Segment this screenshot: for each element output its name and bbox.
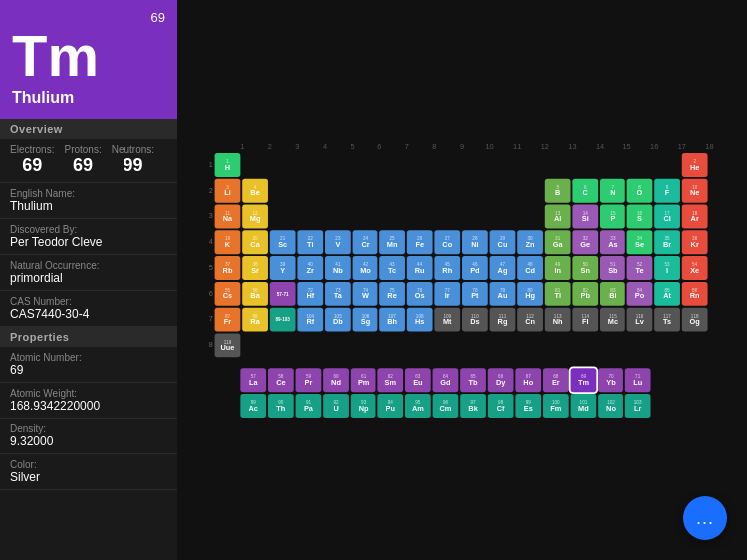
cell-F[interactable]: 9F [654, 178, 680, 202]
cell-Ag[interactable]: 47Ag [490, 256, 516, 280]
cell-Ni[interactable]: 28Ni [462, 230, 488, 254]
cell-Li[interactable]: 3Li [215, 178, 241, 202]
cell-Kr[interactable]: 36Kr [682, 230, 708, 254]
cell-Ga[interactable]: 31Ga [545, 230, 571, 254]
cell-Au[interactable]: 79Au [490, 281, 516, 305]
cell-Yb[interactable]: 70Yb [598, 368, 623, 392]
cell-Dy[interactable]: 66Dy [488, 368, 514, 392]
cell-Sg[interactable]: 106Sg [353, 307, 378, 331]
cell-Cu[interactable]: 29Cu [490, 230, 516, 254]
cell-Po[interactable]: 84Po [627, 281, 653, 305]
cell-Rf[interactable]: 104Rf [297, 307, 323, 331]
cell-57-71[interactable]: 57-71 [270, 281, 296, 305]
fab-button[interactable]: ... [683, 496, 727, 540]
cell-Fm[interactable]: 100Fm [543, 394, 569, 418]
cell-Cn[interactable]: 112Cn [517, 307, 543, 331]
cell-Tb[interactable]: 65Tb [460, 368, 486, 392]
cell-Xe[interactable]: 54Xe [682, 256, 708, 280]
cell-Bk[interactable]: 97Bk [460, 394, 486, 418]
cell-Ar[interactable]: 18Ar [682, 204, 708, 228]
cell-Ds[interactable]: 110Ds [462, 307, 488, 331]
cell-He[interactable]: 2He [682, 153, 708, 177]
cell-Ge[interactable]: 32Ge [572, 230, 598, 254]
cell-Mo[interactable]: 42Mo [353, 256, 378, 280]
cell-No[interactable]: 102No [598, 394, 623, 418]
cell-At[interactable]: 85At [654, 281, 680, 305]
cell-Pr[interactable]: 59Pr [296, 368, 322, 392]
cell-Mt[interactable]: 109Mt [434, 307, 460, 331]
cell-Y[interactable]: 39Y [270, 256, 296, 280]
cell-Ra[interactable]: 88Ra [242, 307, 268, 331]
cell-In[interactable]: 49In [545, 256, 571, 280]
cell-Cf[interactable]: 98Cf [488, 394, 514, 418]
cell-Co[interactable]: 27Co [434, 230, 460, 254]
cell-Ru[interactable]: 44Ru [407, 256, 433, 280]
cell-I[interactable]: 53I [654, 256, 680, 280]
cell-Gd[interactable]: 64Gd [433, 368, 459, 392]
cell-Ac[interactable]: 89Ac [240, 394, 266, 418]
cell-Te[interactable]: 52Te [627, 256, 653, 280]
cell-Sn[interactable]: 50Sn [572, 256, 598, 280]
cell-Ba[interactable]: 56Ba [242, 281, 268, 305]
cell-Bh[interactable]: 107Bh [379, 307, 405, 331]
cell-Sc[interactable]: 21Sc [270, 230, 296, 254]
cell-Fe[interactable]: 26Fe [407, 230, 433, 254]
cell-Mn[interactable]: 25Mn [379, 230, 405, 254]
cell-Og[interactable]: 118Og [682, 307, 708, 331]
cell-Rh[interactable]: 45Rh [434, 256, 460, 280]
cell-Lu[interactable]: 71Lu [625, 368, 651, 392]
cell-Pa[interactable]: 91Pa [296, 394, 322, 418]
cell-Tl[interactable]: 81Tl [545, 281, 571, 305]
cell-Nb[interactable]: 41Nb [325, 256, 351, 280]
cell-O[interactable]: 8O [627, 178, 653, 202]
cell-La[interactable]: 57La [240, 368, 266, 392]
cell-Fr[interactable]: 87Fr [215, 307, 241, 331]
cell-B[interactable]: 5B [545, 178, 571, 202]
cell-Sb[interactable]: 51Sb [600, 256, 625, 280]
cell-Tc[interactable]: 43Tc [379, 256, 405, 280]
cell-Ir[interactable]: 77Ir [434, 281, 460, 305]
cell-Er[interactable]: 68Er [543, 368, 569, 392]
cell-Ce[interactable]: 58Ce [268, 368, 294, 392]
cell-Cm[interactable]: 96Cm [433, 394, 459, 418]
cell-Pm[interactable]: 61Pm [351, 368, 376, 392]
cell-Be[interactable]: 4Be [242, 178, 268, 202]
cell-Nd[interactable]: 60Nd [323, 368, 349, 392]
cell-Bi[interactable]: 83Bi [600, 281, 625, 305]
cell-Sm[interactable]: 62Sm [377, 368, 403, 392]
cell-Hf[interactable]: 72Hf [297, 281, 323, 305]
cell-V[interactable]: 23V [325, 230, 351, 254]
cell-Uue[interactable]: 119Uue [215, 333, 241, 357]
cell-U[interactable]: 92U [323, 394, 349, 418]
cell-As[interactable]: 33As [600, 230, 625, 254]
cell-Pt[interactable]: 78Pt [462, 281, 488, 305]
cell-Os[interactable]: 76Os [407, 281, 433, 305]
cell-W[interactable]: 74W [353, 281, 378, 305]
cell-Se[interactable]: 34Se [627, 230, 653, 254]
cell-Es[interactable]: 99Es [515, 394, 541, 418]
cell-Eu[interactable]: 63Eu [405, 368, 431, 392]
cell-Ho[interactable]: 67Ho [515, 368, 541, 392]
cell-Am[interactable]: 95Am [405, 394, 431, 418]
cell-Rb[interactable]: 37Rb [215, 256, 241, 280]
cell-K[interactable]: 19K [215, 230, 241, 254]
cell-Pd[interactable]: 46Pd [462, 256, 488, 280]
cell-Zr[interactable]: 40Zr [297, 256, 323, 280]
cell-Hs[interactable]: 108Hs [407, 307, 433, 331]
cell-Np[interactable]: 93Np [351, 394, 376, 418]
cell-Na[interactable]: 11Na [215, 204, 241, 228]
cell-Lv[interactable]: 116Lv [627, 307, 653, 331]
cell-Rg[interactable]: 111Rg [490, 307, 516, 331]
cell-Lr[interactable]: 103Lr [625, 394, 651, 418]
cell-Nh[interactable]: 113Nh [545, 307, 571, 331]
cell-Md[interactable]: 101Md [571, 394, 597, 418]
cell-Si[interactable]: 14Si [572, 204, 598, 228]
cell-Mc[interactable]: 115Mc [600, 307, 625, 331]
cell-Cl[interactable]: 17Cl [654, 204, 680, 228]
cell-Ts[interactable]: 117Ts [654, 307, 680, 331]
cell-Ne[interactable]: 10Ne [682, 178, 708, 202]
cell-Pu[interactable]: 94Pu [377, 394, 403, 418]
cell-Re[interactable]: 75Re [379, 281, 405, 305]
cell-Cd[interactable]: 48Cd [517, 256, 543, 280]
cell-Db[interactable]: 105Db [325, 307, 351, 331]
